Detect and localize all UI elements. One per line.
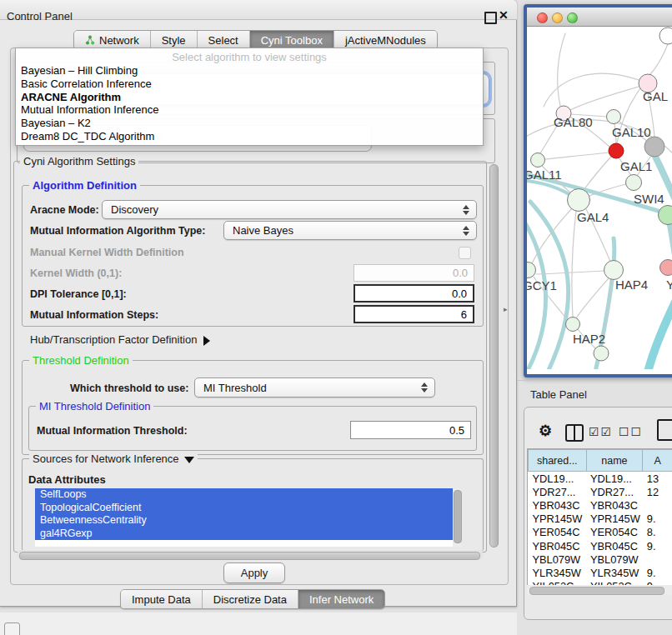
network-node[interactable] [607,110,621,124]
network-edge[interactable] [536,271,604,274]
table-row[interactable]: YDL19...YDL19...13 [529,472,672,486]
tab-infer-network[interactable]: Infer Network [298,590,384,608]
dpi-tolerance-field[interactable]: 0.0 [354,284,474,302]
network-node[interactable] [527,262,536,278]
unchecked-boxes-icon[interactable]: ☐☐ [619,425,643,438]
mi-threshold-field[interactable]: 0.5 [350,421,471,439]
network-edge[interactable] [572,211,576,318]
algorithm-option[interactable]: Dream8 DC_TDC Algorithm [16,130,483,143]
network-edge[interactable] [647,292,672,369]
algorithm-option[interactable]: Basic Correlation Inference [16,78,483,91]
minimized-panel-icon[interactable] [4,622,20,635]
network-edge[interactable] [558,33,565,106]
aracne-mode-combobox[interactable]: Discovery [102,200,477,219]
attribute-item-selected[interactable]: gal4RGexp [35,528,455,541]
tab-select[interactable]: Select [198,31,250,49]
table-cell: YBR043C [529,498,587,512]
tab-style[interactable]: Style [151,31,198,49]
network-edge[interactable] [576,278,609,318]
table-row[interactable]: YLR345WYLR345W9. [529,566,672,579]
collapse-down-icon [184,457,194,463]
settings-horizontal-scrollbar[interactable] [17,550,484,560]
spinner-arrows-icon [463,226,469,236]
column-header[interactable]: name [586,450,643,472]
tab-network[interactable]: Network [74,31,151,49]
table-cell: YDR27... [529,485,587,498]
kernel-width-field[interactable]: 0.0 [354,264,474,282]
minimize-traffic-light-icon[interactable] [552,12,563,23]
split-columns-icon[interactable] [565,424,584,442]
network-node[interactable] [644,137,664,157]
tab-impute-data[interactable]: Impute Data [121,590,203,608]
network-node[interactable] [659,206,672,225]
mi-type-combobox[interactable]: Naive Bayes [223,221,477,240]
threshold-definition-title: Threshold Definition [29,354,133,367]
network-edge[interactable] [649,44,668,75]
gear-icon[interactable]: ⚙ [539,422,552,440]
mi-type-value: Naive Bayes [233,224,293,237]
table-cell: YER054C [529,526,587,539]
algorithm-option[interactable]: Mutual Information Inference [16,103,483,117]
table-row[interactable]: YER054CYER054C8. [529,526,672,539]
mi-type-label: Mutual Information Algorithm Type: [30,225,205,237]
network-edge[interactable] [545,152,609,159]
table-row[interactable]: YPR145WYPR145W9. [529,512,672,526]
sources-title[interactable]: Sources for Network Inference [29,452,198,465]
table-row[interactable]: YBL079WYBL079W [529,552,672,566]
close-icon[interactable]: ✕ [499,8,509,22]
node-table[interactable]: shared...nameAYDL19...YDL19...13YDR27...… [527,448,672,586]
zoom-traffic-light-icon[interactable] [567,12,578,23]
attribute-item-selected[interactable]: BetweennessCentrality [35,514,455,528]
column-header[interactable]: A [643,450,672,472]
table-cell: 9. [643,512,672,526]
table-row[interactable]: YBR043CYBR043C [529,498,672,512]
close-traffic-light-icon[interactable] [537,12,548,23]
which-threshold-combobox[interactable]: MI Threshold [194,378,435,398]
hub-definition-toggle[interactable]: Hub/Transcription Factor Definition [30,333,210,346]
algorithm-option[interactable]: Bayesian – Hill Climbing [16,64,483,78]
network-node[interactable] [659,28,672,44]
kernel-width-label: Kernel Width (0,1): [30,268,122,279]
attributes-scrollbar[interactable] [453,488,462,547]
tab-cyni-toolbox[interactable]: Cyni Toolbox [250,31,334,49]
table-row[interactable]: YBR045CYBR045C9. [529,539,672,552]
tab-jactivemnodules[interactable]: jActiveMNodules [334,31,437,49]
tab-label: Discretize Data [213,593,287,606]
network-edge[interactable] [570,87,639,110]
column-header[interactable]: shared... [529,450,587,472]
network-node[interactable] [660,260,672,276]
table-cell [643,498,672,512]
document-icon[interactable] [657,419,672,441]
network-node[interactable] [568,189,590,212]
network-edge[interactable] [584,157,611,190]
table-horizontal-scrollbar[interactable] [527,585,672,595]
table-cell: YLR345W [529,566,587,579]
table-cell: YBR043C [586,498,643,512]
data-attributes-list[interactable]: SelfLoopsTopologicalCoefficientBetweenne… [35,488,462,547]
network-canvas[interactable]: GALGAL80GAL10GAL1GAL11GAL4SWI4GCY1HAP4YH… [527,26,672,369]
control-panel-title: Control Panel [7,10,73,22]
float-window-icon[interactable] [484,12,497,24]
splitter-handle-icon[interactable]: ▸ [504,305,508,313]
mi-steps-field[interactable]: 6 [354,305,474,323]
network-window-titlebar[interactable] [527,8,672,27]
network-node[interactable] [531,153,545,168]
network-node[interactable] [594,346,609,361]
attribute-item-selected[interactable]: SelfLoops [35,488,455,502]
settings-vertical-scrollbar[interactable] [489,162,498,549]
table-row[interactable]: YDR27...YDR27...12 [529,485,672,498]
attribute-item-selected[interactable]: TopologicalCoefficient [35,502,455,515]
spinner-arrows-icon [421,382,428,392]
table-cell: YBL079W [529,552,587,566]
manual-kernel-checkbox[interactable] [459,247,471,259]
table-cell: YDR27... [586,485,643,498]
algorithm-option[interactable]: ARACNE Algorithm [16,91,483,104]
checked-boxes-icon[interactable]: ☑☑ [589,425,613,438]
network-node[interactable] [566,318,580,332]
apply-button[interactable]: Apply [223,562,285,583]
algorithm-option[interactable]: Bayesian – K2 [16,117,483,130]
tab-discretize-data[interactable]: Discretize Data [203,590,298,608]
network-node[interactable] [609,143,624,158]
dpi-tolerance-label: DPI Tolerance [0,1]: [30,288,127,300]
network-node[interactable] [626,175,642,191]
